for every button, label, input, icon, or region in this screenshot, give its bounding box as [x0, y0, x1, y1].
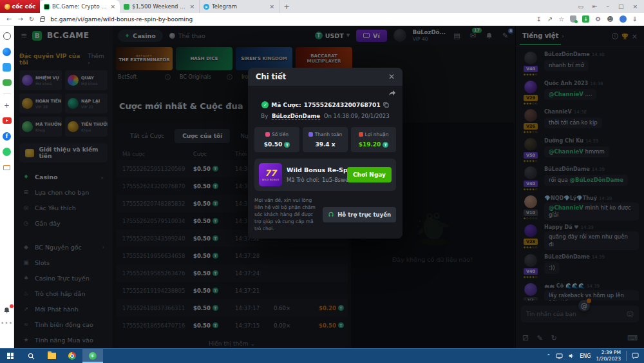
downloads-tray-icon[interactable]: ⇓: [632, 15, 638, 23]
share-icon[interactable]: ↗: [547, 15, 553, 23]
input-language[interactable]: ENG: [580, 353, 591, 359]
close-modal-icon[interactable]: ✕: [388, 72, 395, 81]
brand-label: cốc cốc: [12, 3, 36, 10]
bcgame-app: ≡ B BC.GAME Đặc quyền VIP của tôi Thêm ›…: [14, 26, 644, 348]
game-card: 77 WILD BONUS Wild Bonus Re-Spin Mã Trò …: [254, 159, 396, 191]
tab-close-icon[interactable]: ×: [269, 3, 275, 10]
new-tab-button[interactable]: +: [279, 0, 294, 13]
coccoc-button[interactable]: c: [82, 349, 103, 363]
bet-details-modal: Chi tiết ✕ ✓ Mã Cược: 175552624320076870…: [248, 68, 402, 239]
game-thumbnail[interactable]: 77 WILD BONUS: [259, 163, 282, 186]
history-icon[interactable]: [3, 32, 11, 40]
copy-icon[interactable]: [383, 102, 389, 108]
live-support-button[interactable]: Hỗ trợ trực tuyến: [323, 207, 396, 222]
bet-datetime: 14:38:09, 20/1/2023: [333, 113, 389, 119]
amount-icon: [265, 132, 270, 137]
search-button[interactable]: [21, 349, 41, 363]
games-icon[interactable]: [3, 79, 12, 86]
modal-title: Chi tiết: [256, 72, 286, 81]
payout-icon: [308, 132, 313, 137]
stat-amount: Số tiền $0.50T: [254, 127, 299, 152]
bet-id-value: 1755526243200768701: [304, 102, 381, 108]
browser-side-strip: + f •••: [0, 26, 14, 348]
share-icon[interactable]: [388, 90, 396, 97]
divider: [3, 93, 11, 94]
more-icon[interactable]: •••: [3, 319, 12, 328]
extensions-icon[interactable]: ⚙: [595, 15, 601, 23]
tab-strip: cốc cốc BC.Game: Crypto Casino Gan× $1,5…: [0, 0, 644, 13]
youtube-icon[interactable]: [3, 117, 12, 124]
chrome-button[interactable]: [62, 349, 82, 363]
browser-chrome: cốc cốc BC.Game: Crypto Casino Gan× $1,5…: [0, 0, 644, 26]
url-text[interactable]: bc.game/vi/game/wild-bonus-re-spin-by-bo…: [50, 16, 530, 23]
game-name: Wild Bonus Re-Spin: [287, 166, 343, 173]
send-to-device-icon[interactable]: ↧: [536, 15, 541, 23]
people-icon[interactable]: ☻: [607, 15, 613, 23]
headset-icon: [328, 211, 334, 218]
lock-icon: [40, 18, 44, 22]
facebook-icon[interactable]: f: [3, 132, 11, 141]
adblock-shield-icon[interactable]: [570, 15, 576, 23]
bet-id-label: Mã Cược:: [271, 102, 301, 108]
clock[interactable]: 2:39 PM1/20/2023: [596, 349, 621, 362]
music-app-icon[interactable]: [3, 63, 11, 72]
tab-bcgame[interactable]: BC.Game: Crypto Casino Gan×: [40, 0, 120, 13]
stat-payout: Thanh toán 39.4 x: [303, 127, 348, 152]
profile-avatar[interactable]: [620, 15, 627, 23]
volume-icon[interactable]: [568, 353, 574, 359]
profit-icon: [359, 132, 363, 137]
minimize-button[interactable]: –: [606, 3, 609, 10]
messenger-icon[interactable]: [3, 48, 11, 56]
forward-icon[interactable]: →: [17, 15, 23, 23]
reader-mode-icon[interactable]: ▭: [578, 3, 583, 10]
tab-search-icon[interactable]: ⇤: [592, 3, 598, 10]
usdt-coin-icon: T: [383, 142, 388, 148]
shopping-cart-icon[interactable]: [3, 165, 10, 170]
tab-close-icon[interactable]: ×: [109, 3, 116, 10]
start-button[interactable]: [0, 349, 21, 363]
on-label: On: [324, 113, 332, 119]
play-now-button[interactable]: Chơi Ngay: [347, 167, 392, 182]
tab-title: Telegram: [212, 3, 266, 10]
tab-telegram[interactable]: Telegram×: [200, 0, 279, 13]
address-bar: ← → ↻ bc.game/vi/game/wild-bonus-re-spin…: [0, 13, 644, 26]
by-label: By: [261, 113, 268, 119]
back-icon[interactable]: ←: [6, 15, 12, 23]
bookmark-star-icon[interactable]: ☆: [558, 15, 564, 23]
taskbar-chevron-icon[interactable]: ⌃: [547, 353, 551, 359]
close-button[interactable]: ×: [632, 3, 638, 10]
support-note: Mọi vấn đề, xin vui lòng liên hệ với bộ …: [254, 197, 317, 232]
action-center-icon[interactable]: [632, 353, 639, 359]
bcgame-favicon: [44, 4, 50, 10]
platipus-favicon: [124, 4, 129, 10]
usdt-coin-icon: T: [284, 142, 290, 148]
coccoc-logo-icon: [5, 4, 10, 10]
divider: [626, 351, 627, 361]
zalo-icon[interactable]: [3, 148, 11, 156]
tab-close-icon[interactable]: ×: [189, 3, 195, 10]
coccoc-brand[interactable]: cốc cốc: [0, 0, 40, 13]
verified-icon: ✓: [261, 101, 269, 108]
telegram-favicon: [204, 4, 209, 10]
tab-platipus[interactable]: $1,500 Weekend Platipus M..×: [120, 0, 200, 13]
download-manager-icon[interactable]: ↓: [582, 15, 589, 23]
network-icon[interactable]: [556, 353, 563, 359]
file-explorer-button[interactable]: [41, 349, 62, 363]
tab-title: BC.Game: Crypto Casino Gan: [52, 3, 107, 10]
add-shortcut-icon[interactable]: +: [3, 101, 12, 110]
maximize-button[interactable]: □: [618, 3, 624, 10]
reload-icon[interactable]: ↻: [29, 15, 34, 23]
tab-title: $1,500 Weekend Platipus M..: [132, 3, 186, 10]
windows-taskbar: c ⌃ ENG 2:39 PM1/20/2023: [0, 348, 644, 363]
notification-dot: [10, 304, 14, 308]
game-code-label: Mã Trò chơi:: [287, 177, 319, 183]
bet-username[interactable]: BúLozDönDame: [272, 113, 320, 120]
notification-bell-icon[interactable]: [3, 306, 12, 315]
stat-profit: Lợi nhuận $19.20T: [351, 127, 396, 152]
